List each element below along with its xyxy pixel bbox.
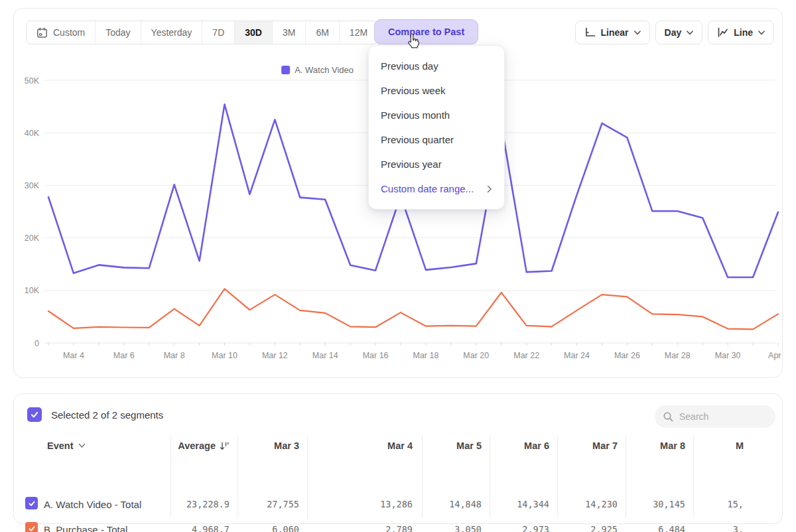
column-header-mar-4: Mar 4 [387, 440, 413, 451]
interval-dropdown-button[interactable]: Day [655, 21, 703, 44]
segments-summary-label: Selected 2 of 2 segments [51, 409, 163, 421]
chevron-right-icon [487, 185, 492, 193]
column-header-label: M [736, 440, 744, 451]
table-cell: 4,968.7 [192, 524, 230, 532]
check-icon [28, 525, 36, 532]
column-divider [626, 435, 626, 517]
menu-item-previous-month[interactable]: Previous month [369, 103, 504, 127]
sort-descending-icon [220, 442, 230, 450]
segment-checkbox[interactable] [25, 497, 38, 509]
column-header-m: M [736, 440, 744, 451]
segments-table: EventAverageMar 3Mar 4Mar 5Mar 6Mar 7Mar… [14, 435, 783, 520]
event-header-label: Event [47, 440, 74, 451]
column-header-label: Mar 5 [456, 440, 482, 451]
search-input[interactable] [679, 411, 765, 422]
chevron-down-icon [634, 31, 641, 35]
column-divider [307, 435, 308, 517]
table-cell: 2,789 [385, 524, 413, 532]
x-axis-label: Apr 1 [768, 351, 783, 360]
x-axis-label: Mar 4 [63, 351, 84, 360]
y-axis-label: 40K [25, 129, 40, 138]
x-axis-label: Mar 28 [665, 351, 691, 360]
x-axis-label: Mar 20 [463, 351, 489, 360]
segment-row-label: B. Purchase - Total [44, 524, 127, 532]
column-divider [557, 435, 558, 517]
line-chart-icon [717, 27, 728, 38]
chevron-down-icon [687, 31, 693, 35]
x-axis-label: Mar 6 [113, 351, 135, 360]
segment-row-label: A. Watch Video - Total [44, 499, 141, 510]
table-cell: 27,755 [267, 499, 299, 509]
column-divider [237, 435, 238, 517]
x-axis-label: Mar 26 [614, 351, 640, 360]
column-divider [170, 435, 171, 517]
column-header-label: Mar 8 [660, 440, 685, 451]
column-header-label: Average [178, 440, 216, 451]
chart-options-group: Linear Day Line [575, 21, 774, 44]
date-range-30d[interactable]: 30D [234, 21, 272, 44]
check-icon [28, 499, 36, 507]
chart-type-dropdown-button[interactable]: Line [708, 21, 774, 44]
scale-dropdown-label: Linear [601, 27, 629, 38]
legend-label: A. Watch Video [295, 65, 354, 75]
segment-checkbox[interactable] [25, 522, 38, 532]
scale-dropdown-button[interactable]: Linear [575, 21, 650, 44]
select-all-checkbox[interactable] [27, 407, 42, 422]
date-range-label: Custom [53, 27, 85, 38]
segments-card: Selected 2 of 2 segments EventAverageMar… [13, 393, 783, 524]
axis-linear-icon [584, 27, 596, 38]
table-cell: 23,228.9 [186, 499, 230, 509]
event-column-header[interactable]: Event [47, 440, 86, 451]
table-cell: 13,286 [380, 499, 413, 509]
menu-item-previous-week[interactable]: Previous week [369, 78, 504, 103]
menu-item-previous-day[interactable]: Previous day [369, 54, 504, 78]
date-range-12m[interactable]: 12M [339, 21, 377, 44]
compare-to-past-menu: Previous dayPrevious weekPrevious monthP… [368, 45, 505, 210]
date-range-6m[interactable]: 6M [305, 21, 338, 44]
column-header-average[interactable]: Average [178, 440, 230, 451]
x-axis-label: Mar 30 [715, 351, 741, 360]
series-line-b-purchase [48, 289, 778, 329]
date-range-control: CustomTodayYesterday7D30D3M6M12M [26, 21, 378, 44]
column-header-mar-3: Mar 3 [274, 440, 299, 451]
interval-dropdown-label: Day [665, 27, 682, 38]
calendar-icon [36, 27, 48, 38]
x-axis-label: Mar 8 [164, 351, 185, 360]
table-cell: 2,973 [522, 524, 549, 532]
table-cell: 14,230 [585, 499, 618, 509]
check-icon [30, 410, 39, 419]
date-range-yesterday[interactable]: Yesterday [141, 21, 202, 44]
table-cell: 6,060 [272, 524, 299, 532]
column-header-label: Mar 7 [592, 440, 618, 451]
date-range-3m[interactable]: 3M [272, 21, 305, 44]
table-cell: 14,848 [449, 499, 482, 509]
x-axis-label: Mar 22 [513, 351, 539, 360]
segments-summary-row: Selected 2 of 2 segments [27, 407, 163, 422]
date-range-label: 30D [245, 27, 262, 38]
date-range-custom[interactable]: Custom [27, 21, 95, 44]
menu-item-custom-date-range[interactable]: Custom date range... [369, 176, 504, 201]
legend-swatch [281, 66, 290, 74]
date-range-today[interactable]: Today [95, 21, 140, 44]
y-axis-label: 30K [25, 181, 40, 190]
table-cell: 14,344 [517, 499, 549, 509]
y-axis-label: 50K [25, 76, 40, 86]
x-axis-label: Mar 14 [312, 351, 338, 360]
column-divider [422, 435, 423, 517]
menu-item-previous-quarter[interactable]: Previous quarter [369, 127, 504, 152]
y-axis-label: 20K [25, 233, 40, 243]
menu-item-previous-year[interactable]: Previous year [369, 152, 504, 176]
column-header-mar-7: Mar 7 [592, 440, 618, 451]
x-axis-label: Mar 18 [413, 351, 439, 360]
chevron-down-icon [78, 443, 86, 448]
column-header-label: Mar 6 [524, 440, 549, 451]
x-axis-label: Mar 24 [564, 351, 590, 360]
custom-date-range-label: Custom date range... [381, 183, 474, 194]
y-axis-label: 0 [34, 339, 39, 348]
legend-item-a-watch-video[interactable]: A. Watch Video [281, 65, 354, 75]
date-range-7d[interactable]: 7D [202, 21, 234, 44]
table-cell: 6,484 [658, 524, 685, 532]
column-header-mar-6: Mar 6 [524, 440, 549, 451]
compare-to-past-button[interactable]: Compare to Past [374, 19, 478, 44]
table-cell: 15, [728, 499, 744, 509]
